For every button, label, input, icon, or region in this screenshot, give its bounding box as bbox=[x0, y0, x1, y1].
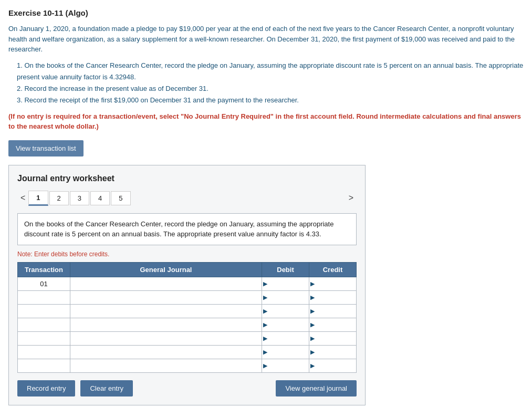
debit-cell-0[interactable]: ▶ bbox=[262, 277, 309, 290]
credit-cell-2[interactable]: ▶ bbox=[309, 304, 357, 318]
task-1: 1. On the books of the Cancer Research C… bbox=[17, 60, 524, 83]
transaction-cell-4 bbox=[18, 331, 70, 345]
table-row: ▶▶ bbox=[18, 331, 357, 345]
warning-text: (If no entry is required for a transacti… bbox=[8, 111, 524, 132]
view-transaction-button[interactable]: View transaction list bbox=[8, 140, 84, 156]
credit-cell-3[interactable]: ▶ bbox=[309, 318, 357, 331]
credit-input-0[interactable] bbox=[309, 277, 356, 290]
general-journal-input-3[interactable] bbox=[70, 318, 262, 331]
general-journal-input-2[interactable] bbox=[70, 305, 262, 318]
tab-2[interactable]: 2 bbox=[49, 191, 69, 205]
debit-input-5[interactable] bbox=[262, 346, 309, 359]
transaction-cell-6 bbox=[18, 359, 70, 372]
tab-prev-button[interactable]: < bbox=[17, 191, 28, 205]
table-row: ▶▶ bbox=[18, 290, 357, 304]
general-journal-input-4[interactable] bbox=[70, 332, 262, 345]
tab-4[interactable]: 4 bbox=[90, 191, 110, 205]
general-journal-cell-3[interactable] bbox=[70, 318, 262, 331]
tab-5[interactable]: 5 bbox=[111, 191, 130, 205]
general-journal-cell-4[interactable] bbox=[70, 331, 262, 345]
transaction-cell-0: 01 bbox=[18, 277, 70, 290]
credit-input-2[interactable] bbox=[309, 305, 356, 318]
table-row: ▶▶ bbox=[18, 359, 357, 372]
credit-input-5[interactable] bbox=[309, 346, 356, 359]
credit-cell-4[interactable]: ▶ bbox=[309, 331, 357, 345]
tab-next-button[interactable]: > bbox=[346, 191, 357, 205]
general-journal-cell-6[interactable] bbox=[70, 359, 262, 372]
intro-text: On January 1, 2020, a foundation made a … bbox=[8, 24, 524, 55]
journal-table: Transaction General Journal Debit Credit… bbox=[17, 262, 357, 373]
credit-input-6[interactable] bbox=[309, 359, 356, 372]
table-row: ▶▶ bbox=[18, 304, 357, 318]
credit-input-4[interactable] bbox=[309, 332, 356, 345]
debit-cell-3[interactable]: ▶ bbox=[262, 318, 309, 331]
transaction-cell-2 bbox=[18, 304, 70, 318]
worksheet-container: Journal entry worksheet < 1 2 3 4 5 > On… bbox=[8, 165, 366, 405]
task-3: 3. Record the receipt of the first $19,0… bbox=[17, 95, 524, 106]
general-journal-input-6[interactable] bbox=[70, 359, 262, 372]
tab-1[interactable]: 1 bbox=[28, 191, 48, 206]
credit-input-3[interactable] bbox=[309, 318, 356, 331]
clear-entry-button[interactable]: Clear entry bbox=[80, 380, 133, 396]
transaction-cell-3 bbox=[18, 318, 70, 331]
tasks-list: 1. On the books of the Cancer Research C… bbox=[17, 60, 524, 106]
debit-input-3[interactable] bbox=[262, 318, 309, 331]
transaction-cell-1 bbox=[18, 290, 70, 304]
tab-3[interactable]: 3 bbox=[70, 191, 89, 205]
task-2: 2. Record the increase in the present va… bbox=[17, 83, 524, 95]
record-entry-button[interactable]: Record entry bbox=[17, 380, 75, 396]
debit-input-6[interactable] bbox=[262, 359, 309, 372]
general-journal-input-0[interactable] bbox=[70, 277, 262, 290]
credit-cell-5[interactable]: ▶ bbox=[309, 345, 357, 359]
general-journal-cell-5[interactable] bbox=[70, 345, 262, 359]
debit-cell-1[interactable]: ▶ bbox=[262, 290, 309, 304]
col-credit: Credit bbox=[309, 262, 357, 277]
exercise-title: Exercise 10-11 (Algo) bbox=[8, 8, 524, 17]
debit-input-0[interactable] bbox=[262, 277, 309, 290]
table-row: ▶▶ bbox=[18, 318, 357, 331]
debit-cell-5[interactable]: ▶ bbox=[262, 345, 309, 359]
credit-cell-1[interactable]: ▶ bbox=[309, 290, 357, 304]
general-journal-cell-2[interactable] bbox=[70, 304, 262, 318]
credit-input-1[interactable] bbox=[309, 291, 356, 304]
table-row: ▶▶ bbox=[18, 345, 357, 359]
debit-cell-6[interactable]: ▶ bbox=[262, 359, 309, 372]
credit-cell-6[interactable]: ▶ bbox=[309, 359, 357, 372]
debit-cell-4[interactable]: ▶ bbox=[262, 331, 309, 345]
debit-input-2[interactable] bbox=[262, 305, 309, 318]
col-general-journal: General Journal bbox=[70, 262, 262, 277]
debit-cell-2[interactable]: ▶ bbox=[262, 304, 309, 318]
bottom-buttons: Record entry Clear entry View general jo… bbox=[17, 380, 357, 396]
tabs-row: < 1 2 3 4 5 > bbox=[17, 191, 357, 206]
instruction-box: On the books of the Cancer Research Cent… bbox=[17, 213, 357, 245]
general-journal-input-5[interactable] bbox=[70, 346, 262, 359]
general-journal-cell-1[interactable] bbox=[70, 290, 262, 304]
credit-cell-0[interactable]: ▶ bbox=[309, 277, 357, 290]
debit-input-4[interactable] bbox=[262, 332, 309, 345]
col-debit: Debit bbox=[262, 262, 309, 277]
general-journal-input-1[interactable] bbox=[70, 291, 262, 304]
note-text: Note: Enter debits before credits. bbox=[17, 251, 357, 258]
table-row: 01▶▶ bbox=[18, 277, 357, 290]
worksheet-title: Journal entry worksheet bbox=[17, 174, 357, 183]
debit-input-1[interactable] bbox=[262, 291, 309, 304]
general-journal-cell-0[interactable] bbox=[70, 277, 262, 290]
transaction-cell-5 bbox=[18, 345, 70, 359]
view-general-journal-button[interactable]: View general journal bbox=[276, 380, 357, 396]
col-transaction: Transaction bbox=[18, 262, 70, 277]
